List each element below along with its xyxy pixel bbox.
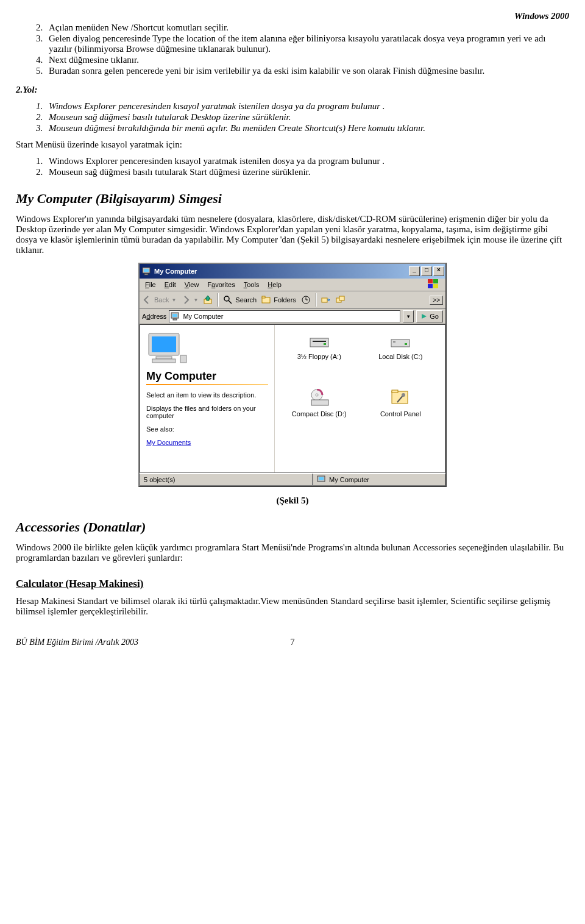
copy-to-button[interactable] — [336, 295, 346, 305]
menu-file[interactable]: File — [141, 280, 160, 290]
monitor-illustration — [146, 331, 189, 365]
list-item: Gelen diyalog penceresinde Type the loca… — [45, 34, 569, 54]
svg-rect-22 — [152, 359, 176, 363]
window-title: My Computer — [154, 268, 409, 275]
status-location-text: My Computer — [329, 476, 369, 483]
svg-rect-21 — [156, 357, 172, 359]
paragraph-calculator: Hesap Makinesi Standart ve bilimsel olar… — [16, 596, 569, 617]
close-button[interactable]: × — [433, 266, 444, 276]
move-to-button[interactable] — [321, 295, 331, 305]
svg-rect-2 — [144, 274, 148, 275]
leftpane-seealso: See also: — [146, 425, 268, 433]
leftpane-rule — [146, 384, 268, 385]
toolbar-overflow[interactable]: >> — [430, 296, 443, 305]
drive-cd[interactable]: Compact Disc (D:) — [283, 388, 356, 439]
icon-label: Local Disk (C:) — [364, 353, 437, 360]
forward-button[interactable]: ▼ — [181, 295, 198, 305]
svg-rect-25 — [313, 341, 326, 342]
icon-view[interactable]: 3½ Floppy (A:) Local Disk (C:) Compact D… — [275, 325, 445, 472]
start-menu-intro: Start Menüsü üzerinde kısayol yaratmak i… — [16, 140, 569, 150]
svg-rect-26 — [324, 343, 326, 345]
svg-rect-6 — [433, 284, 438, 288]
section-mycomputer: My Computer (Bilgisayarım) Simgesi — [16, 191, 569, 207]
left-info-pane: My Computer Select an item to view its d… — [140, 325, 275, 472]
svg-rect-11 — [262, 296, 265, 298]
mycomputer-window: My Computer _ □ × File Edit View Favorit… — [138, 263, 447, 487]
leftpane-desc: Displays the files and folders on your c… — [146, 405, 268, 419]
svg-point-8 — [224, 296, 229, 301]
address-dropdown[interactable]: ▼ — [403, 310, 414, 322]
svg-rect-34 — [392, 390, 398, 393]
ordered-list-3: Windows Explorer penceresinden kısayol y… — [16, 156, 569, 177]
svg-rect-4 — [433, 279, 438, 283]
ordered-list-2: Windows Explorer penceresinden kısayol y… — [16, 101, 569, 133]
toolbar-separator — [316, 293, 316, 307]
subheading-yol: 2.Yol: — [16, 85, 569, 95]
go-icon — [420, 313, 428, 320]
history-button[interactable] — [301, 295, 311, 305]
maximize-button[interactable]: □ — [421, 266, 432, 276]
svg-rect-13 — [322, 298, 327, 302]
menu-tools[interactable]: Tools — [239, 280, 264, 290]
paragraph-accessories: Windows 2000 ile birlikte gelen küçük ya… — [16, 542, 569, 563]
list-item: Mouseun düğmesi bırakıldığında bir menü … — [45, 123, 569, 133]
controlpanel-icon — [389, 388, 411, 408]
up-button[interactable] — [203, 295, 213, 305]
svg-rect-32 — [311, 400, 328, 405]
cd-icon — [308, 388, 330, 408]
svg-rect-37 — [319, 477, 324, 480]
footer-left: BÜ BİM Eğitim Birimi /Aralık 2003 — [16, 638, 138, 647]
figure-caption-5: (Şekil 5) — [16, 496, 569, 506]
mycomputer-icon — [171, 311, 180, 321]
svg-rect-20 — [152, 336, 176, 352]
status-bar: 5 object(s) My Computer — [140, 473, 445, 486]
svg-rect-24 — [310, 338, 328, 347]
svg-line-9 — [229, 300, 232, 304]
control-panel[interactable]: Control Panel — [364, 388, 437, 439]
section-accessories: Accessories (Donatılar) — [16, 519, 569, 535]
svg-rect-29 — [393, 341, 395, 343]
folders-button[interactable]: Folders — [261, 295, 296, 305]
drive-floppy[interactable]: 3½ Floppy (A:) — [283, 331, 356, 382]
icon-label: Compact Disc (D:) — [283, 410, 356, 418]
page-footer: BÜ BİM Eğitim Birimi /Aralık 2003 7 — [16, 638, 569, 647]
svg-rect-5 — [428, 284, 433, 288]
svg-rect-15 — [339, 296, 344, 300]
svg-point-35 — [402, 393, 405, 397]
svg-point-31 — [316, 394, 318, 396]
icon-label: Control Panel — [364, 410, 437, 418]
menu-edit[interactable]: Edit — [160, 280, 180, 290]
leftpane-link-mydocuments[interactable]: My Documents — [146, 439, 191, 446]
menu-help[interactable]: Help — [263, 280, 286, 290]
search-label: Search — [235, 296, 257, 304]
minimize-button[interactable]: _ — [409, 266, 420, 276]
windows-logo-icon — [424, 278, 443, 291]
toolbar-separator — [218, 293, 218, 307]
svg-rect-28 — [405, 343, 407, 345]
list-item: Buradan sonra gelen pencerede yeni bir i… — [45, 66, 569, 76]
svg-rect-23 — [180, 355, 186, 363]
list-item: Windows Explorer penceresinden kısayol y… — [45, 101, 569, 112]
menu-view[interactable]: View — [180, 280, 204, 290]
leftpane-tip: Select an item to view its description. — [146, 391, 268, 399]
ordered-list-1: Açılan menüden New /Shortcut komutları s… — [16, 23, 569, 76]
titlebar[interactable]: My Computer _ □ × — [140, 264, 445, 279]
icon-label: 3½ Floppy (A:) — [283, 353, 356, 360]
go-button[interactable]: Go — [416, 310, 443, 322]
mycomputer-icon — [142, 266, 152, 276]
menu-favorites[interactable]: Favorites — [203, 280, 239, 290]
back-button[interactable]: Back ▼ — [142, 295, 176, 305]
svg-rect-17 — [172, 314, 177, 317]
svg-rect-33 — [392, 391, 408, 403]
folders-label: Folders — [274, 296, 296, 304]
figure-5: My Computer _ □ × File Edit View Favorit… — [16, 263, 569, 487]
floppy-icon — [308, 331, 330, 350]
hdd-icon — [389, 331, 411, 350]
search-button[interactable]: Search — [223, 295, 257, 305]
address-label: Address — [142, 313, 166, 320]
list-item: Açılan menüden New /Shortcut komutları s… — [45, 23, 569, 33]
drive-hdd[interactable]: Local Disk (C:) — [364, 331, 437, 382]
list-item: Windows Explorer penceresinden kısayol y… — [45, 156, 569, 166]
address-input[interactable]: My Computer — [169, 310, 400, 322]
list-item: Mouseun sağ düğmesi basılı tutularak Des… — [45, 112, 569, 123]
